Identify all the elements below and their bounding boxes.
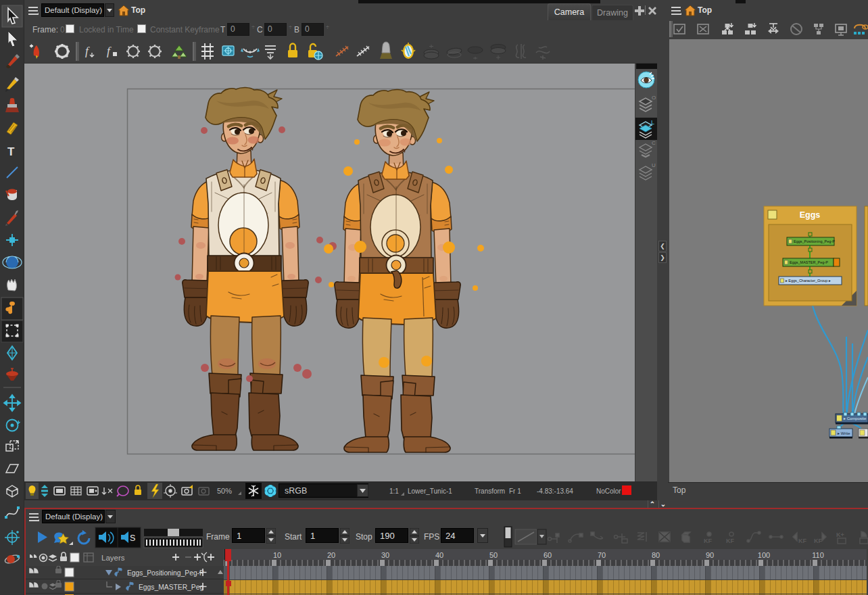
svg-text:▸ Eggs_Character_Group ▸: ▸ Eggs_Character_Group ▸ <box>786 279 831 283</box>
svg-text:Eggs_MASTER_Peg-P: Eggs_MASTER_Peg-P <box>790 260 828 264</box>
svg-text:KF: KF <box>814 538 822 544</box>
svg-text:Eggs: Eggs <box>800 210 821 220</box>
svg-text:T: T <box>7 145 15 158</box>
svg-text:K+: K+ <box>836 531 844 538</box>
svg-text:Eggs_Positioning_Peg-P: Eggs_Positioning_Peg-P <box>794 239 835 243</box>
svg-text:U: U <box>652 162 656 168</box>
svg-text:▸ Write: ▸ Write <box>838 431 850 435</box>
svg-text:f: f <box>85 45 90 57</box>
svg-text:▸ Composite: ▸ Composite <box>844 416 867 421</box>
svg-text:Eggs_Positioning_Peg-P: Eggs_Positioning_Peg-P <box>127 569 204 577</box>
svg-text:KF: KF <box>726 538 734 544</box>
svg-text:f: f <box>107 45 112 57</box>
svg-text:50%: 50% <box>217 487 232 495</box>
svg-text:S: S <box>130 533 135 543</box>
svg-text:Layers: Layers <box>101 554 125 562</box>
svg-text:Eggs_MASTER_Peg: Eggs_MASTER_Peg <box>139 584 203 591</box>
svg-text:L: L <box>651 119 654 126</box>
svg-text:KF: KF <box>798 538 806 544</box>
svg-text:O: O <box>652 95 656 101</box>
svg-text:KF: KF <box>704 538 712 544</box>
svg-text:C: C <box>652 140 656 146</box>
